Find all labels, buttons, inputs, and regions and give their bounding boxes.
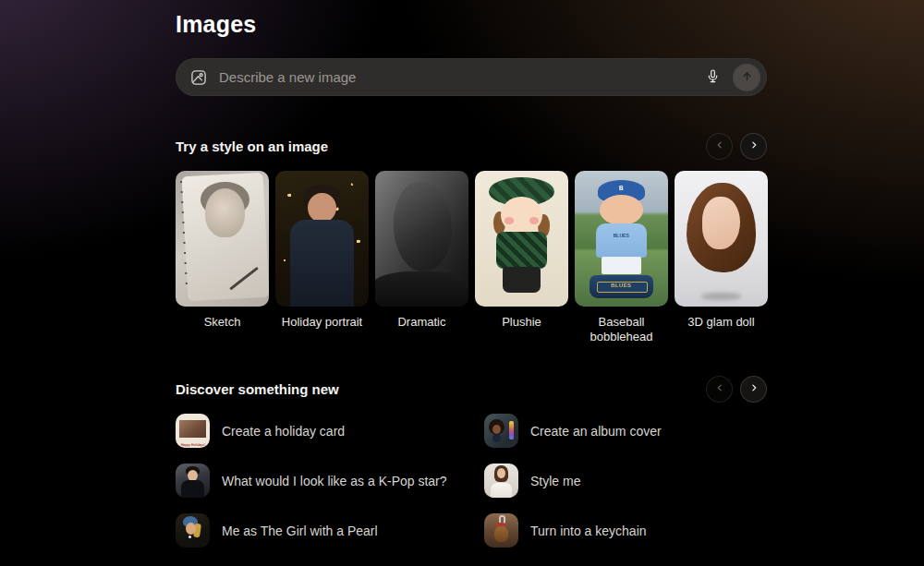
suggestion-label: What would I look like as a K-Pop star? [222, 474, 447, 488]
chevron-left-icon [713, 138, 726, 154]
submit-button[interactable] [733, 64, 760, 91]
discover-suggestions: Happy Holidays! Create a holiday card Cr… [176, 414, 767, 548]
style-card-plushie[interactable]: Plushie [475, 171, 568, 343]
bobblehead-base-text: BLUES [594, 282, 648, 289]
suggestion-label: Turn into a keychain [530, 524, 647, 538]
chevron-left-icon [713, 381, 726, 397]
holiday-card-thumb-text: Happy Holidays! [180, 444, 204, 447]
suggestion-thumb-kpop-star [176, 464, 210, 498]
suggestion-thumb-style-me [484, 464, 518, 498]
style-card-dramatic[interactable]: Dramatic [375, 171, 468, 343]
suggestion-label: Create an album cover [530, 424, 662, 439]
style-section-title: Try a style on an image [176, 138, 328, 154]
microphone-button[interactable] [699, 64, 726, 91]
style-card-3d-glam-doll[interactable]: 3D glam doll [675, 171, 768, 343]
discover-prev-button[interactable] [706, 376, 733, 403]
chevron-right-icon [748, 138, 760, 154]
prompt-input[interactable] [219, 69, 699, 85]
bobblehead-cap-text: B [602, 184, 639, 193]
suggestion-create-holiday-card[interactable]: Happy Holidays! Create a holiday card [176, 414, 484, 448]
bobblehead-jersey-text: BLUES [603, 233, 639, 239]
microphone-icon [705, 67, 721, 88]
suggestion-turn-into-keychain[interactable]: Turn into a keychain [484, 513, 767, 548]
suggestion-style-me[interactable]: Style me [484, 464, 767, 498]
images-page: { "page": { "title": "Images" }, "colors… [0, 0, 924, 566]
suggestion-thumb-keychain [484, 513, 518, 548]
page-title: Images [176, 11, 256, 38]
style-carousel-nav [706, 133, 767, 160]
suggestion-thumb-album-cover [484, 414, 518, 448]
style-cards-carousel: Sketch Holiday portrait Dramatic Plushie… [176, 171, 771, 343]
image-icon[interactable] [189, 68, 208, 87]
style-card-image-holiday-portrait [275, 171, 369, 307]
discover-section-header: Discover something new [176, 376, 767, 403]
suggestion-create-album-cover[interactable]: Create an album cover [484, 414, 767, 448]
prompt-bar[interactable] [176, 58, 767, 96]
style-card-sketch[interactable]: Sketch [176, 171, 269, 343]
suggestion-thumb-holiday-card: Happy Holidays! [176, 414, 210, 448]
suggestion-label: Create a holiday card [222, 424, 345, 439]
style-card-label: Holiday portrait [275, 315, 369, 330]
suggestion-label: Me as The Girl with a Pearl [222, 524, 378, 538]
style-card-baseball-bobblehead[interactable]: B BLUES BLUES Baseball bobblehead [575, 171, 668, 343]
chevron-right-icon [748, 381, 760, 397]
style-card-label: Dramatic [375, 315, 468, 330]
style-card-label: Baseball bobblehead [575, 315, 668, 343]
style-card-image-dramatic [375, 171, 468, 307]
suggestion-kpop-star[interactable]: What would I look like as a K-Pop star? [176, 464, 484, 498]
style-card-image-plushie [475, 171, 568, 307]
suggestion-thumb-girl-with-a-pearl [176, 513, 210, 548]
suggestion-label: Style me [530, 474, 580, 488]
style-card-label: Sketch [176, 315, 269, 330]
discover-next-button[interactable] [740, 376, 767, 403]
style-card-label: Plushie [475, 315, 568, 330]
discover-section-title: Discover something new [176, 381, 339, 397]
style-section-header: Try a style on an image [176, 133, 767, 160]
suggestion-girl-with-a-pearl[interactable]: Me as The Girl with a Pearl [176, 513, 484, 548]
style-card-image-3d-glam-doll [675, 171, 768, 307]
style-card-image-sketch [176, 171, 269, 307]
discover-carousel-nav [706, 376, 767, 403]
style-prev-button[interactable] [706, 133, 733, 160]
arrow-up-icon [740, 69, 754, 86]
style-card-holiday-portrait[interactable]: Holiday portrait [275, 171, 369, 343]
style-next-button[interactable] [740, 133, 767, 160]
style-card-label: 3D glam doll [675, 315, 768, 330]
style-card-image-baseball-bobblehead: B BLUES BLUES [575, 171, 668, 307]
